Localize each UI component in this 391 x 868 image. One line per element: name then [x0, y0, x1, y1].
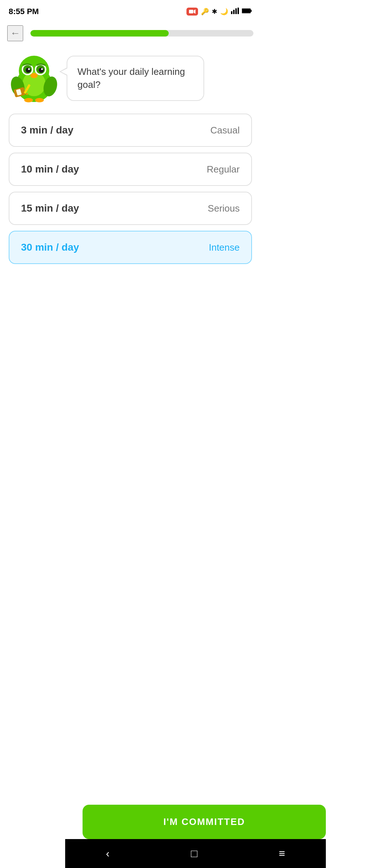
record-icon — [186, 8, 198, 16]
signal-icon — [231, 8, 239, 16]
option-regular-time: 10 min / day — [21, 163, 79, 175]
option-casual-time: 3 min / day — [21, 124, 73, 136]
mascot — [9, 52, 59, 103]
status-bar: 8:55 PM 🔑 ✱ 🌙 — [0, 0, 261, 22]
progress-bar — [30, 30, 253, 37]
top-navigation: ← — [0, 22, 261, 45]
option-regular[interactable]: 10 min / day Regular — [9, 153, 252, 186]
svg-rect-4 — [235, 8, 237, 14]
option-serious-label: Serious — [208, 203, 240, 214]
svg-rect-2 — [231, 11, 232, 14]
svg-point-20 — [30, 73, 38, 78]
progress-bar-fill — [30, 30, 169, 37]
svg-rect-8 — [251, 10, 252, 12]
option-intense-label: Intense — [209, 242, 240, 253]
mascot-section: What's your daily learning goal? — [0, 45, 261, 114]
svg-rect-0 — [189, 10, 193, 13]
svg-rect-5 — [237, 8, 239, 14]
option-serious-time: 15 min / day — [21, 203, 79, 214]
option-regular-label: Regular — [207, 164, 240, 175]
speech-text: What's your daily learning goal? — [77, 66, 185, 90]
svg-point-28 — [35, 98, 44, 102]
back-button[interactable]: ← — [7, 25, 23, 41]
option-intense[interactable]: 30 min / day Intense — [9, 231, 252, 264]
moon-icon: 🌙 — [220, 8, 228, 16]
svg-point-16 — [26, 68, 31, 73]
option-casual-label: Casual — [210, 125, 240, 136]
options-container: 3 min / day Casual 10 min / day Regular … — [0, 114, 261, 264]
status-time: 8:55 PM — [9, 7, 39, 16]
back-arrow-icon: ← — [10, 27, 20, 39]
status-icons: 🔑 ✱ 🌙 — [186, 8, 252, 16]
svg-point-18 — [28, 68, 30, 70]
option-intense-time: 30 min / day — [21, 242, 79, 253]
svg-marker-1 — [194, 9, 196, 14]
bluetooth-icon: ✱ — [212, 8, 217, 16]
svg-rect-7 — [242, 9, 250, 13]
svg-point-17 — [39, 68, 44, 73]
key-icon: 🔑 — [201, 8, 209, 16]
option-casual[interactable]: 3 min / day Casual — [9, 114, 252, 147]
battery-icon — [242, 8, 252, 16]
option-serious[interactable]: 15 min / day Serious — [9, 192, 252, 225]
svg-point-27 — [24, 98, 33, 102]
speech-bubble: What's your daily learning goal? — [67, 56, 204, 101]
svg-rect-3 — [233, 10, 235, 14]
svg-point-19 — [41, 68, 43, 70]
